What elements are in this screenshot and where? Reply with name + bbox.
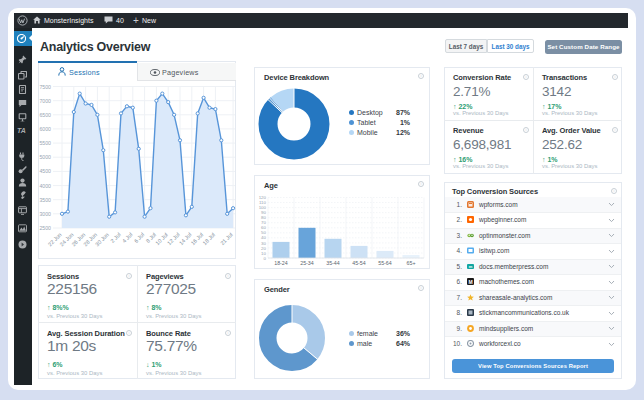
svg-text:16 Jul: 16 Jul — [190, 231, 205, 246]
svg-text:5500: 5500 — [39, 140, 51, 146]
svg-text:4500: 4500 — [39, 168, 51, 174]
svg-text:m: m — [469, 264, 473, 269]
svg-text:70: 70 — [261, 220, 266, 225]
svg-text:120: 120 — [259, 195, 267, 200]
svg-text:6 Jul: 6 Jul — [133, 231, 145, 243]
svg-text:14 Jul: 14 Jul — [178, 231, 193, 246]
svg-text:45-54: 45-54 — [352, 260, 366, 266]
svg-text:4000: 4000 — [39, 183, 51, 189]
svg-text:2 Jul: 2 Jul — [109, 231, 121, 243]
svg-text:30 Jun: 30 Jun — [94, 231, 110, 247]
svg-text:12 Jul: 12 Jul — [166, 231, 181, 246]
svg-text:3500: 3500 — [39, 197, 51, 203]
svg-text:21 Jul: 21 Jul — [219, 231, 234, 246]
svg-text:60: 60 — [261, 225, 266, 230]
svg-text:3000: 3000 — [39, 211, 51, 217]
svg-text:80: 80 — [261, 215, 266, 220]
svg-text:2500: 2500 — [39, 225, 51, 231]
svg-text:55-64: 55-64 — [378, 260, 392, 266]
svg-text:7500: 7500 — [39, 84, 51, 90]
svg-text:30: 30 — [261, 241, 266, 246]
svg-text:100: 100 — [259, 205, 267, 210]
svg-text:20: 20 — [261, 246, 266, 251]
svg-text:35-44: 35-44 — [326, 260, 340, 266]
svg-text:50: 50 — [261, 230, 266, 235]
svg-text:6500: 6500 — [39, 112, 51, 118]
svg-text:4 Jul: 4 Jul — [121, 231, 133, 243]
svg-text:90: 90 — [261, 210, 266, 215]
svg-text:6000: 6000 — [39, 126, 51, 132]
svg-text:5000: 5000 — [39, 154, 51, 160]
svg-text:10 Jul: 10 Jul — [154, 231, 169, 246]
svg-text:7000: 7000 — [39, 98, 51, 104]
svg-text:25-34: 25-34 — [300, 260, 314, 266]
svg-text:18-24: 18-24 — [274, 260, 288, 266]
svg-text:10: 10 — [261, 251, 266, 256]
svg-text:M: M — [468, 279, 472, 285]
svg-text:110: 110 — [259, 200, 267, 205]
svg-text:0: 0 — [264, 256, 267, 261]
svg-text:40: 40 — [261, 235, 266, 240]
svg-text:18 Jul: 18 Jul — [201, 231, 216, 246]
svg-text:65+: 65+ — [407, 260, 416, 266]
